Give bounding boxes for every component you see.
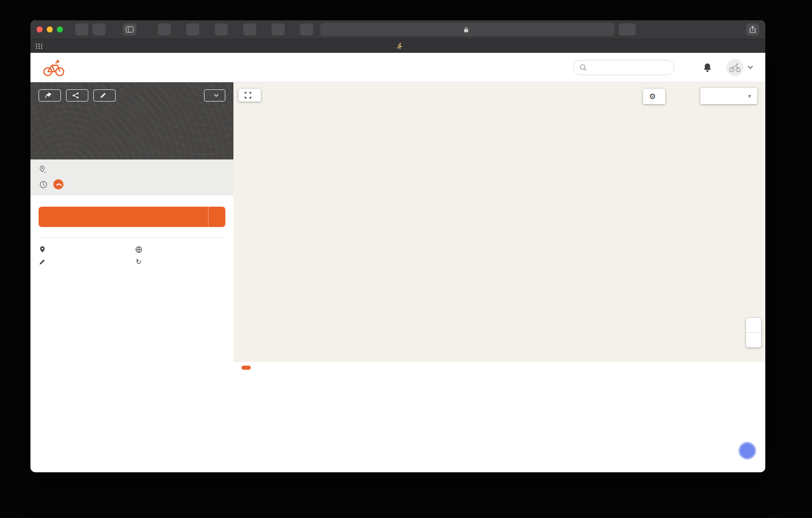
sidebar-toggle-icon[interactable] (123, 23, 137, 36)
minimize-window-button[interactable] (47, 26, 53, 33)
extension-box-icon[interactable] (272, 23, 285, 36)
pushpin-icon (45, 92, 51, 99)
chevron-down-icon (748, 66, 753, 69)
lock-icon (464, 27, 468, 33)
extension-target-icon[interactable] (215, 23, 228, 36)
globe-icon (135, 246, 142, 253)
share-icon[interactable] (746, 23, 759, 36)
close-window-button[interactable] (37, 26, 43, 33)
elevation-panel (233, 362, 765, 472)
route-meta: ↻ (39, 237, 225, 266)
meta-visibility (135, 246, 225, 253)
clock-icon (40, 181, 47, 188)
expand-time-badge[interactable]: ❯ (53, 179, 63, 189)
fullscreen-button[interactable] (239, 89, 261, 102)
search-input[interactable] (573, 60, 674, 75)
rwgps-logo-icon[interactable] (43, 58, 65, 77)
export-options-kebab-icon[interactable] (208, 207, 225, 227)
stat-time: ❯ (40, 179, 125, 189)
map-zoom-control (746, 318, 761, 347)
notifications-bell-icon[interactable] (703, 62, 712, 73)
dropdown-arrow-icon: ▼ (747, 93, 752, 99)
route-distance-icon (40, 166, 47, 174)
map-settings-button[interactable]: ⚙ (643, 89, 665, 104)
running-man-icon[interactable] (396, 43, 402, 50)
route-header (30, 82, 233, 159)
help-button[interactable] (738, 442, 756, 460)
extension-reader-icon[interactable] (300, 23, 313, 36)
back-button[interactable] (75, 23, 88, 36)
basemap-select[interactable]: ▼ (700, 88, 757, 104)
pencil-icon (100, 92, 106, 99)
icloud-tabs-icon[interactable] (619, 23, 636, 36)
rwgps-navbar (30, 53, 765, 82)
more-button[interactable] (204, 89, 225, 102)
zoom-window-button[interactable] (57, 26, 63, 33)
edit-button[interactable] (93, 89, 116, 102)
forward-button[interactable] (92, 23, 106, 36)
share-nodes-icon (73, 92, 79, 99)
route-sidebar: ❯ (30, 82, 233, 472)
desktop: ❯ (0, 0, 812, 518)
account-menu[interactable] (726, 59, 753, 76)
zoom-in-button[interactable] (746, 318, 761, 333)
extension-pie-icon[interactable] (243, 23, 256, 36)
meta-location (39, 246, 135, 253)
refresh-icon: ↻ (135, 258, 142, 266)
avatar (726, 59, 743, 76)
stat-distance (40, 166, 125, 174)
elevation-chart[interactable] (233, 362, 765, 472)
favorites-grid-icon[interactable] (36, 43, 43, 49)
route-stats: ❯ (30, 159, 233, 196)
fullscreen-icon (245, 92, 251, 99)
route-map[interactable]: ⚙ ▼ (233, 82, 765, 362)
browser-titlebar (30, 20, 765, 39)
location-pin-icon (39, 246, 46, 253)
bookmarks-bar (30, 39, 765, 53)
pencil-icon (39, 259, 46, 265)
tab-elevation[interactable] (242, 366, 251, 370)
search-icon (580, 64, 587, 71)
zoom-out-button[interactable] (746, 333, 761, 347)
meta-updated: ↻ (135, 258, 225, 266)
safari-window: ❯ (30, 20, 765, 472)
address-bar[interactable] (320, 23, 615, 36)
gear-icon: ⚙ (649, 92, 656, 101)
bookmark-items (43, 43, 756, 50)
extension-fn-icon[interactable] (186, 23, 199, 36)
chevron-down-icon (214, 94, 219, 97)
share-button[interactable] (66, 89, 88, 102)
pin-button[interactable] (39, 89, 61, 102)
export-fit-button[interactable] (39, 207, 225, 227)
meta-created (39, 258, 135, 266)
tab-overview-icon[interactable] (158, 23, 171, 36)
